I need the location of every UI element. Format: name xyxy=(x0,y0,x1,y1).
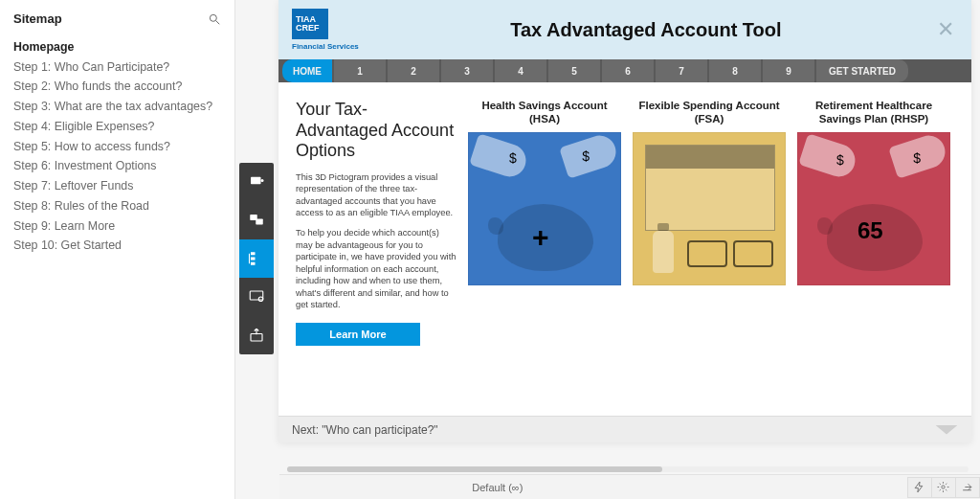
nav-step-3[interactable]: 3 xyxy=(441,59,493,82)
card-rhsp-title: Retirement Healthcare Savings Plan (RHSP… xyxy=(797,100,950,126)
step-navbar: HOME 1 2 3 4 5 6 7 8 9 GET STARTED xyxy=(278,59,971,82)
app-header: TIAA CREF Financial Services Tax Advanta… xyxy=(278,0,971,59)
card-fsa-title: Flexible Spending Account (FSA) xyxy=(633,100,786,126)
svg-rect-7 xyxy=(251,258,256,261)
svg-point-12 xyxy=(942,486,945,488)
logo-line2: CREF xyxy=(296,24,328,33)
sitemap-list: Homepage Step 1: Who Can Participate? St… xyxy=(13,39,221,254)
sitemap-item-step3[interactable]: Step 3: What are the tax advantages? xyxy=(13,99,221,115)
card-rhsp[interactable]: Retirement Healthcare Savings Plan (RHSP… xyxy=(797,100,950,346)
tool-chat-icon[interactable] xyxy=(239,201,274,239)
sitemap-item-step7[interactable]: Step 7: Leftover Funds xyxy=(13,178,221,194)
svg-point-10 xyxy=(258,297,263,302)
sitemap-item-step10[interactable]: Step 10: Get Started xyxy=(13,238,221,254)
vertical-toolstrip xyxy=(239,163,274,354)
intro-paragraph-1: This 3D Pictogram provides a visual repr… xyxy=(296,171,457,219)
sitemap-item-homepage[interactable]: Homepage xyxy=(13,39,221,56)
tool-sitemap-icon[interactable] xyxy=(239,239,274,278)
preview-area: TIAA CREF Financial Services Tax Advanta… xyxy=(235,0,980,499)
status-export-icon[interactable] xyxy=(955,477,980,498)
card-hsa[interactable]: Health Savings Account (HSA) $$ + xyxy=(468,100,621,346)
svg-point-3 xyxy=(261,179,264,182)
svg-line-1 xyxy=(216,20,220,24)
search-icon[interactable] xyxy=(208,12,221,26)
learn-more-button[interactable]: Learn More xyxy=(296,323,420,346)
svg-rect-8 xyxy=(251,262,256,265)
sitemap-item-step6[interactable]: Step 6: Investment Options xyxy=(13,158,221,174)
content: Your Tax-Advantaged Account Options This… xyxy=(278,82,971,355)
logo-caption: Financial Services xyxy=(292,42,359,51)
nav-get-started[interactable]: GET STARTED xyxy=(816,59,908,82)
status-gear-icon[interactable] xyxy=(931,477,956,498)
next-bar[interactable]: Next: "Who can participate?" xyxy=(278,416,971,442)
nav-step-4[interactable]: 4 xyxy=(495,59,546,82)
svg-rect-11 xyxy=(251,334,262,342)
tool-preview-icon[interactable] xyxy=(239,278,274,316)
card-fsa-thumb xyxy=(633,132,786,285)
nav-home[interactable]: HOME xyxy=(282,59,332,82)
brand-logo: TIAA CREF Financial Services xyxy=(292,9,359,51)
svg-rect-9 xyxy=(250,291,263,300)
svg-point-0 xyxy=(210,14,216,21)
status-bar: Default (∞) xyxy=(279,474,980,499)
sitemap-item-step1[interactable]: Step 1: Who Can Participate? xyxy=(13,59,221,76)
svg-rect-5 xyxy=(256,219,263,225)
chevron-down-icon xyxy=(935,425,958,435)
nav-step-9[interactable]: 9 xyxy=(763,59,814,82)
card-hsa-title: Health Savings Account (HSA) xyxy=(468,100,621,126)
nav-step-8[interactable]: 8 xyxy=(709,59,761,82)
horizontal-scrollbar[interactable] xyxy=(287,466,969,472)
sidebar: Sitemap Homepage Step 1: Who Can Partici… xyxy=(0,0,235,499)
intro-heading: Your Tax-Advantaged Account Options xyxy=(296,100,457,162)
close-icon[interactable]: ✕ xyxy=(933,17,958,42)
svg-rect-2 xyxy=(251,177,261,185)
intro-paragraph-2: To help you decide which account(s) may … xyxy=(296,227,457,311)
preview-frame: TIAA CREF Financial Services Tax Advanta… xyxy=(278,0,971,442)
intro-column: Your Tax-Advantaged Account Options This… xyxy=(296,100,457,346)
nav-step-6[interactable]: 6 xyxy=(602,59,654,82)
device-label[interactable]: Default (∞) xyxy=(472,482,523,493)
nav-step-2[interactable]: 2 xyxy=(388,59,439,82)
nav-step-5[interactable]: 5 xyxy=(548,59,600,82)
card-rhsp-thumb: $$ 65 xyxy=(797,132,950,285)
sitemap-item-step4[interactable]: Step 4: Eligible Expenses? xyxy=(13,119,221,135)
app-title: Tax Advantaged Account Tool xyxy=(359,19,933,41)
svg-rect-6 xyxy=(251,252,256,255)
nav-step-1[interactable]: 1 xyxy=(334,59,386,82)
sitemap-item-step9[interactable]: Step 9: Learn More xyxy=(13,218,221,235)
nav-step-7[interactable]: 7 xyxy=(656,59,707,82)
sitemap-item-step5[interactable]: Step 5: How to access funds? xyxy=(13,139,221,155)
next-label: Next: "Who can participate?" xyxy=(292,423,438,437)
sidebar-title: Sitemap xyxy=(13,11,62,26)
card-hsa-thumb: $$ + xyxy=(468,132,621,285)
tool-export-icon[interactable] xyxy=(239,316,274,354)
sitemap-item-step8[interactable]: Step 8: Rules of the Road xyxy=(13,198,221,215)
tool-pages-icon[interactable] xyxy=(239,163,274,201)
card-fsa[interactable]: Flexible Spending Account (FSA) xyxy=(633,100,786,346)
status-lightning-icon[interactable] xyxy=(907,477,932,498)
sitemap-item-step2[interactable]: Step 2: Who funds the account? xyxy=(13,79,221,95)
